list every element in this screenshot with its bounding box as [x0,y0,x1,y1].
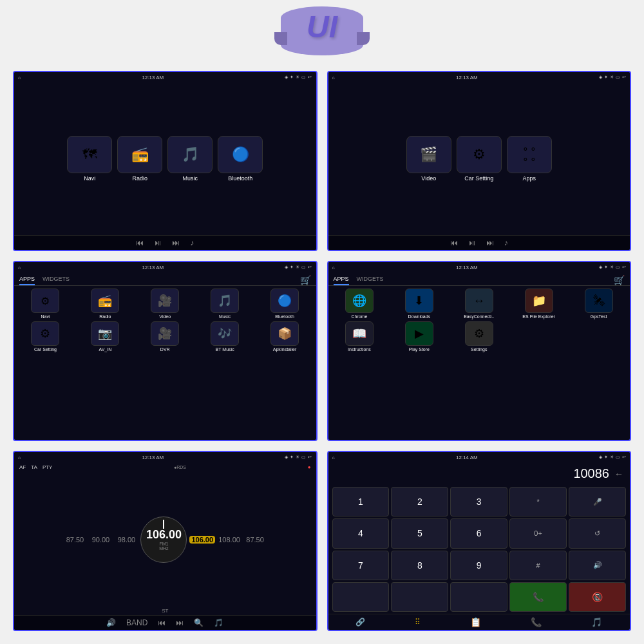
key-end[interactable]: 📵 [569,582,626,612]
app-easyconnect[interactable]: ↔ EasyConnecti.. [450,289,507,319]
tab-apps-3[interactable]: APPS [19,276,35,285]
app-downloads[interactable]: ⬇ Downloads [390,289,448,319]
key-6[interactable]: 6 [450,518,507,548]
dial-contacts-icon[interactable]: 📋 [470,617,481,627]
app-settings[interactable]: ⚙ Settings [450,321,507,352]
freq-band: FM1 [159,542,168,546]
key-hash[interactable]: # [509,551,567,580]
tab-widgets-3[interactable]: WIDGETS [43,276,70,285]
status-left-6: ⌂ [332,455,335,460]
app-music[interactable]: 🎵 Music [167,136,213,182]
prev-btn-2[interactable]: ⏮ [450,238,458,247]
next-btn-2[interactable]: ⏭ [486,238,494,247]
batt-icon-6: ▭ [616,455,620,460]
status-right-2: ◈ ✦ ☀ ▭ ↩ [599,75,626,80]
key-vol[interactable]: 🔊 [569,551,626,580]
next-btn-1[interactable]: ⏭ [172,238,180,247]
app-playstore[interactable]: ▶ Play Store [390,321,448,352]
app-radio-3[interactable]: 📻 Radio [77,289,134,319]
gpstest-label: GpsTest [591,314,607,319]
vol-btn-5[interactable]: 🔊 [106,618,116,627]
ui-banner: UI [281,6,363,55]
prev-btn-5[interactable]: ⏮ [158,618,166,627]
apps-icon-box: ⚬⚬⚬⚬ [507,136,552,173]
radio-top-bar: AF TA PTY ●RDS ● [14,462,316,472]
bright-icon-2: ☀ [610,75,614,80]
app-radio[interactable]: 📻 Radio [117,136,162,182]
key-3[interactable]: 3 [450,487,507,516]
tab-apps-4[interactable]: APPS [334,276,349,285]
batt-icon-1: ▭ [301,75,306,80]
app-btmusic-3[interactable]: 🎶 BT Music [196,321,254,352]
pty-label[interactable]: PTY [43,464,53,470]
app-video[interactable]: 🎬 Video [406,136,451,182]
app-bt-3[interactable]: 🔵 Bluetooth [256,289,314,319]
dial-backspace[interactable]: ← [614,469,623,479]
app-bluetooth[interactable]: 🔵 Bluetooth [218,136,263,182]
app-navi[interactable]: 🗺 Navi [67,136,112,182]
app-avin-3[interactable]: 📷 AV_IN [77,321,134,352]
app-music-3[interactable]: 🎵 Music [196,289,254,319]
screen-home-1: ⌂ 12:13 AM ◈ ✦ ☀ ▭ ↩ 🗺 Navi 📻 Radio [13,71,317,251]
tabs-bar-3: APPS WIDGETS 🛒 [14,272,316,286]
key-call[interactable]: 📞 [509,582,567,612]
search-btn-5[interactable]: 🔍 [194,618,204,627]
ta-label[interactable]: TA [31,464,37,470]
screen-phone: ⌂ 12:14 AM ◈ ✦ ☀ ▭ ↩ 10086 ← 1 2 3 * 🎤 4… [327,451,632,631]
easyconnect-icon: ↔ [465,289,493,313]
key-2[interactable]: 2 [391,487,448,516]
app-video-3[interactable]: 🎥 Video [137,289,194,319]
app-chrome[interactable]: 🌐 Chrome [331,289,388,319]
batt-icon-2: ▭ [616,75,620,80]
radio-label: Radio [132,175,147,182]
app-instructions[interactable]: 📖 Instructions [331,321,388,352]
status-right-4: ◈ ✦ ☀ ▭ ↩ [599,265,626,270]
app-esfile[interactable]: 📁 ES File Explorer [510,289,567,319]
prev-btn-1[interactable]: ⏮ [136,238,144,247]
app-apps[interactable]: ⚬⚬⚬⚬ Apps [507,136,552,182]
app-dvr-3[interactable]: 🎥 DVR [137,321,194,352]
key-0plus[interactable]: 0+ [509,518,567,548]
af-label[interactable]: AF [19,464,26,470]
band-btn[interactable]: BAND [126,618,147,627]
dial-link-icon[interactable]: 🔗 [355,618,365,627]
back-icon-5: ↩ [308,455,312,460]
app-apk-3[interactable]: 📦 ApkInstaller [256,321,314,352]
app-gpstest[interactable]: 🛰 GpsTest [570,289,627,319]
chrome-label: Chrome [351,314,367,319]
key-star[interactable]: * [509,487,567,516]
key-5[interactable]: 5 [391,518,448,548]
dial-keypad-icon[interactable]: ⠿ [415,618,421,627]
bright-icon-5: ☀ [296,455,299,460]
bright-icon-4: ☀ [610,265,614,270]
status-right-6: ◈ ✦ ☀ ▭ ↩ [599,455,626,460]
banner-ribbon: UI [281,6,363,45]
play-btn-2[interactable]: ⏯ [468,238,476,247]
key-mic[interactable]: 🎤 [569,487,626,516]
instructions-label: Instructions [348,347,371,352]
tab-widgets-4[interactable]: WIDGETS [357,276,384,285]
app-carset-3[interactable]: ⚙ Car Setting [17,321,74,352]
apk-icon-3: 📦 [270,321,299,346]
radio-st: ST [14,607,316,615]
app-carsetting[interactable]: ⚙ Car Setting [457,136,502,182]
key-8[interactable]: 8 [391,551,448,580]
key-refresh[interactable]: ↺ [569,518,626,548]
back-icon-1: ↩ [308,75,312,80]
screen-apps-2: ⌂ 12:13 AM ◈ ✦ ☀ ▭ ↩ APPS WIDGETS 🛒 🌐 Ch… [327,261,632,441]
bt-icon-2: ✦ [604,75,608,80]
dial-number: 10086 [573,466,609,481]
batt-icon-3: ▭ [301,265,306,270]
play-btn-1[interactable]: ⏯ [154,238,162,247]
banner-ribbon-bottom [281,45,363,55]
dvr-label-3: DVR [160,347,170,352]
key-7[interactable]: 7 [332,551,390,580]
next-btn-5[interactable]: ⏭ [176,618,184,627]
easyconnect-label: EasyConnecti.. [464,314,494,319]
dial-display: 10086 ← [328,462,630,485]
key-9[interactable]: 9 [450,551,507,580]
app-navi-3[interactable]: ⚙ Navi [17,289,74,319]
dial-phone-icon[interactable]: 📞 [531,617,542,627]
key-4[interactable]: 4 [332,518,390,548]
key-1[interactable]: 1 [332,487,390,516]
